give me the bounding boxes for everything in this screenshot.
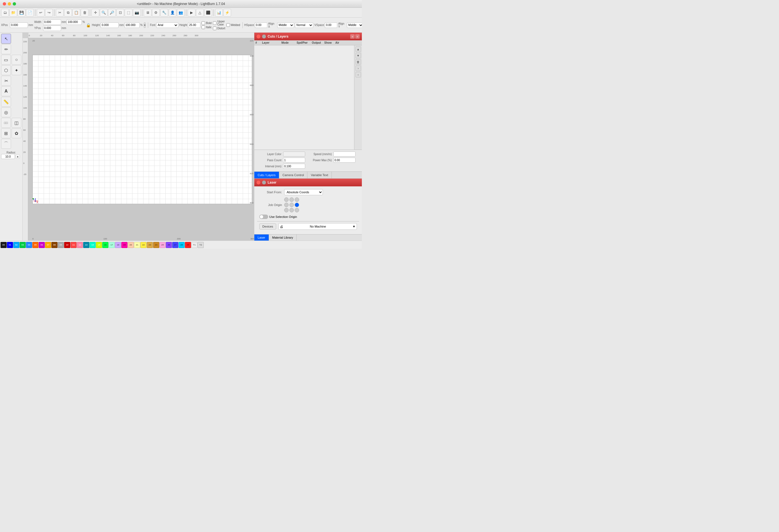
palette-swatch-24[interactable]: 24 bbox=[153, 242, 159, 248]
ypos-input[interactable] bbox=[43, 25, 61, 31]
font-select[interactable]: Arial bbox=[156, 22, 178, 28]
maximize-button[interactable] bbox=[13, 2, 16, 5]
edit-nodes-button[interactable]: ✏ bbox=[1, 44, 11, 54]
palette-swatch-21[interactable]: 21 bbox=[134, 242, 140, 248]
tab-variable-text[interactable]: Variable Text bbox=[307, 172, 332, 178]
zoom-in-button[interactable]: 🔍 bbox=[100, 9, 108, 16]
cuts-layers-collapse-button[interactable]: « bbox=[355, 34, 360, 39]
palette-swatch-25[interactable]: 25 bbox=[160, 242, 166, 248]
toolbar-expand-button[interactable]: » bbox=[144, 22, 146, 28]
laser-close-button[interactable] bbox=[256, 181, 260, 184]
normal-select[interactable]: Normal bbox=[295, 22, 313, 28]
use-selection-toggle[interactable] bbox=[259, 215, 268, 219]
cuts-layers-expand-button[interactable]: » bbox=[350, 34, 355, 39]
text-tool-button[interactable]: A bbox=[1, 86, 11, 96]
cut-button[interactable]: ✂ bbox=[56, 9, 64, 16]
lock-icon[interactable]: 🔒 bbox=[86, 23, 91, 27]
palette-swatch-10[interactable]: 10 bbox=[64, 242, 70, 248]
palette-swatch-15[interactable]: 15 bbox=[96, 242, 102, 248]
start-from-select[interactable]: Absolute Coords Current Position User Or… bbox=[284, 189, 323, 195]
open-recent-button[interactable]: 🗂 bbox=[1, 9, 9, 16]
settings-button[interactable]: ⚙ bbox=[152, 9, 160, 16]
palette-swatch-12[interactable]: 12 bbox=[77, 242, 83, 248]
palette-swatch-07[interactable]: 07 bbox=[45, 242, 51, 248]
paste-button[interactable]: 📋 bbox=[72, 9, 80, 16]
tab-laser[interactable]: Laser bbox=[254, 234, 269, 241]
pass-count-input[interactable] bbox=[283, 158, 305, 163]
draw-star-button[interactable]: ✦ bbox=[12, 65, 21, 75]
delete-button[interactable]: 🗑 bbox=[81, 9, 88, 16]
palette-swatch-17[interactable]: 17 bbox=[109, 242, 115, 248]
palette-swatch-27[interactable]: 27 bbox=[172, 242, 178, 248]
welded-checkbox[interactable] bbox=[226, 23, 230, 27]
palette-swatch-16[interactable]: 16 bbox=[102, 242, 108, 248]
palette-swatch-02[interactable]: 02 bbox=[13, 242, 19, 248]
height-input[interactable] bbox=[101, 22, 119, 28]
measure-button[interactable]: 📏 bbox=[1, 97, 11, 107]
stop-button[interactable]: ⬛ bbox=[204, 9, 212, 16]
copy-button[interactable]: ⧉ bbox=[64, 9, 72, 16]
zoom-fit-button[interactable]: ⊡ bbox=[116, 9, 124, 16]
ungroup-button[interactable]: ◫ bbox=[12, 118, 21, 128]
palette-swatch-13[interactable]: 13 bbox=[83, 242, 89, 248]
palette-swatch-28[interactable]: 28 bbox=[179, 242, 185, 248]
palette-swatch-08[interactable]: 08 bbox=[51, 242, 58, 248]
rotary-button[interactable]: ◎ bbox=[1, 107, 11, 117]
grid-tool-button[interactable]: ⊞ bbox=[1, 128, 11, 138]
draw-polygon-button[interactable]: ⬡ bbox=[1, 65, 11, 75]
undo-button[interactable]: ↩ bbox=[37, 9, 45, 16]
upper-case-checkbox[interactable] bbox=[213, 21, 217, 25]
users-button[interactable]: 👥 bbox=[177, 9, 185, 16]
origin-dot-tl[interactable] bbox=[284, 197, 289, 202]
origin-dot-mc[interactable] bbox=[289, 203, 294, 207]
italic-checkbox[interactable] bbox=[201, 25, 205, 29]
cuts-up-button[interactable]: ▲ bbox=[356, 47, 361, 52]
palette-swatch-29[interactable]: 29 bbox=[185, 242, 191, 248]
origin-dot-tr[interactable] bbox=[295, 197, 299, 202]
laser-fire-button[interactable]: ⚡ bbox=[223, 9, 231, 16]
offset-tool-button[interactable]: ⌒ bbox=[1, 139, 11, 149]
palette-swatch-14[interactable]: 14 bbox=[89, 242, 96, 248]
cuts-layers-close-button[interactable] bbox=[256, 35, 260, 39]
redo-button[interactable]: ↪ bbox=[45, 9, 53, 16]
palette-swatch-06[interactable]: 06 bbox=[39, 242, 45, 248]
palette-swatch-T1[interactable]: T1 bbox=[191, 242, 197, 248]
palette-swatch-22[interactable]: 22 bbox=[140, 242, 146, 248]
save-button[interactable]: 💾 bbox=[18, 9, 25, 16]
palette-swatch-19[interactable]: 19 bbox=[121, 242, 127, 248]
devices-button[interactable]: Devices bbox=[259, 223, 276, 230]
origin-dot-tc[interactable] bbox=[289, 197, 294, 202]
canvas-content[interactable]: X Y 900 880 860 840 820 800 0 100 200 bbox=[28, 38, 254, 241]
zoom-out-button[interactable]: 🔎 bbox=[108, 9, 116, 16]
palette-swatch-18[interactable]: 18 bbox=[115, 242, 121, 248]
origin-dot-mr[interactable] bbox=[295, 203, 299, 207]
radius-input[interactable] bbox=[1, 154, 15, 159]
select-rect-button[interactable]: ⬚ bbox=[125, 9, 132, 16]
select-tool-button[interactable]: ↖ bbox=[1, 34, 11, 44]
frame-button[interactable]: △ bbox=[196, 9, 204, 16]
palette-swatch-00[interactable]: 00 bbox=[1, 242, 7, 248]
layer-color-swatch[interactable] bbox=[283, 152, 305, 157]
palette-swatch-26[interactable]: 26 bbox=[166, 242, 172, 248]
open-file-button[interactable]: 📁 bbox=[9, 9, 17, 16]
scissors-button[interactable]: ✂ bbox=[1, 76, 11, 86]
palette-swatch-09[interactable]: 09 bbox=[58, 242, 64, 248]
radius-stepper[interactable]: ▲ bbox=[15, 154, 20, 159]
machine-select[interactable]: 🖨 No Machine ▼ bbox=[278, 223, 357, 230]
origin-dot-br[interactable] bbox=[295, 208, 299, 212]
draw-rect-button[interactable]: ▭ bbox=[1, 55, 11, 65]
preview-button[interactable]: 🖥 bbox=[144, 9, 152, 16]
draw-ellipse-button[interactable]: ○ bbox=[12, 55, 21, 65]
tab-material-library[interactable]: Material Library bbox=[269, 234, 297, 241]
origin-dot-bl[interactable] bbox=[284, 208, 289, 212]
tab-camera-control[interactable]: Camera Control bbox=[279, 172, 308, 178]
width-input[interactable] bbox=[43, 19, 61, 25]
speed-input[interactable] bbox=[334, 152, 356, 157]
circular-tool-button[interactable]: ✿ bbox=[12, 128, 21, 138]
bold-checkbox[interactable] bbox=[201, 21, 205, 25]
interval-input[interactable] bbox=[283, 164, 305, 169]
cuts-down-button[interactable]: ▼ bbox=[356, 53, 361, 58]
vspace-input[interactable] bbox=[325, 22, 337, 28]
xpos-input[interactable] bbox=[10, 22, 28, 28]
origin-dot-bc[interactable] bbox=[289, 208, 294, 212]
